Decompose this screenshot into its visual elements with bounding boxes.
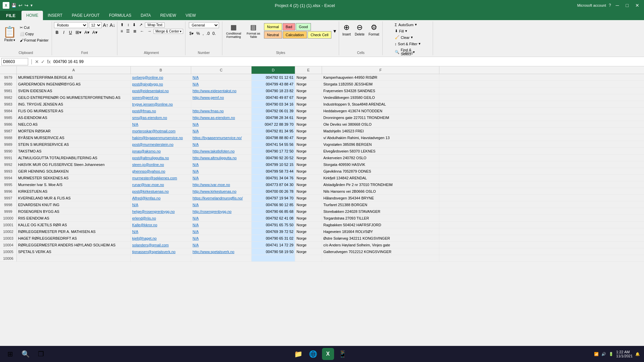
cell-a-10001[interactable]: KALLE OG KJETILS RØR AS [17,222,131,228]
table-row[interactable]: 9996 KIRKESTUEN AS post@kirkestuenas.no … [0,188,644,195]
cell-e-9980[interactable]: Norge [295,81,322,87]
table-row[interactable]: 10001 KALLE OG KJETILS RØR AS Kalle@kkro… [0,222,644,228]
cell-a-9981[interactable]: SVEIN EIDESEN AS [17,87,131,94]
cell-f-9983[interactable]: Industritoppen 9, Stoa4848 ARENDAL [322,101,439,107]
cell-a-9998[interactable]: EDVARDSEN KNUT ING [17,201,131,208]
cell-f-9981[interactable]: Frøyerveien 534328 SANDNES [322,87,439,94]
cell-a-9996[interactable]: KIRKESTUEN AS [17,188,131,194]
cell-f-10004[interactable]: c/o Anders Høyland Solheim, Vinjes gate [322,242,439,248]
col-header-E[interactable]: E [295,66,322,74]
notifications-icon[interactable]: 🔔 [635,352,640,356]
sort-filter-btn[interactable]: ↕ Sort & Filter ▾ [394,41,422,46]
cell-c-9989[interactable]: N/A [191,141,252,147]
cell-b-9980[interactable]: post@gingbygg.no [131,81,191,87]
cell-b-9981[interactable]: post@eidesentakst.no [131,87,191,94]
number-format-select[interactable]: General [189,22,219,28]
style-bad[interactable]: Bad [283,23,296,31]
cell-e-9998[interactable]: Norge [295,201,322,208]
cell-b-9999[interactable]: helge@rosengrenbygg.no [131,208,191,215]
tab-insert[interactable]: INSERT [43,11,67,20]
cell-e-10006[interactable] [295,255,322,261]
table-row[interactable]: 10002 RØRLEGGERMESTER PER A. MATHISEN AS… [0,228,644,235]
cell-a-9979[interactable]: MURMESTERFIRMA BERGE AS [17,74,131,80]
tab-file[interactable]: FILE [0,11,21,20]
cell-c-9981[interactable]: http://www.eidesentakst.no [191,87,252,94]
cell-f-9979[interactable]: Kamperhaugveien 44950 RISØR [322,74,439,80]
table-row[interactable]: 9988 BYÅSEN MURSERVICE AS hakim@byaasen​… [0,134,644,141]
cell-b-9988[interactable]: hakim@byaasen​murservice.no [131,134,191,141]
table-row[interactable]: 9983 ING. TRYGVE JENSEN AS trygve.jensen… [0,101,644,108]
table-row[interactable]: 9993 GEIR HENNING SOLBAKKEN ghennso@yaho… [0,168,644,175]
cell-a-10003[interactable]: HAGET RØRLEGGERBEDRIFT AS [17,235,131,241]
cell-f-10001[interactable]: Ragbakken 504042 HAFRSFJORD [322,222,439,228]
cell-e-9986[interactable]: Norge [295,121,322,127]
cell-c-9980[interactable]: N/A [191,81,252,87]
volume-icon[interactable]: 🔊 [601,352,606,356]
cell-f-10002[interactable]: Hageveien 181664 ROLVSØY [322,228,439,235]
table-row[interactable]: 10006 [0,255,644,262]
cell-e-9989[interactable]: Norge [295,141,322,147]
cell-e-10003[interactable]: Norge [295,235,322,241]
cell-e-9990[interactable]: Norge [295,148,322,154]
fill-btn[interactable]: ⬇ Fill ▾ [394,28,408,34]
table-row[interactable]: 9991 ALTMULIGGUTTA TOTALREHABILITERING A… [0,155,644,161]
align-right-btn[interactable]: ≣ [132,28,138,34]
cell-a-9990[interactable]: TAKSTMO AS [17,148,131,154]
paste-btn[interactable]: 📋 Paste ▾ [2,24,17,43]
cell-f-9998[interactable]: Tiurfaret 251388 BORGEN [322,201,439,208]
tab-page-layout[interactable]: PAGE LAYOUT [67,11,104,20]
style-good[interactable]: Good [296,23,311,31]
cell-f-10003[interactable]: Østre Solørveg 342211 KONGSVINGER [322,235,439,241]
cell-a-10005[interactable]: SPETALS VERK AS [17,248,131,255]
cell-a-9987[interactable]: MORTEN RØSKAR [17,128,131,134]
cell-e-9994[interactable]: Norge [295,175,322,181]
cell-a-9994[interactable]: MURMESTER SEKKENES AS [17,175,131,181]
datetime[interactable]: 1:22 AM 11/1/2021 [616,350,633,358]
font-size-select[interactable]: 12 [89,22,102,28]
cell-f-9992[interactable]: Storgata 409590 HASVIK [322,161,439,168]
cell-b-10004[interactable]: solanders@gmail.com [131,242,191,248]
table-row[interactable]: 10005 SPETALS VERK AS tjonassen@spetalsv… [0,248,644,255]
help-btn[interactable]: ? [609,3,611,8]
cell-f-9988[interactable]: v/ Abdulhakim Rahimi, Havstadvegen 13 [322,134,439,141]
cell-e-10000[interactable]: Norge [295,215,322,221]
cell-d-10002[interactable]: 004769 39 72 52 [252,228,295,235]
format-btn[interactable]: ⚙ Format [368,22,380,37]
cell-d-9980[interactable]: 004799 43 88 47 [252,81,295,87]
cell-a-9997[interactable]: KVERNELAND MUR & FLIS AS [17,195,131,201]
table-row[interactable]: 9998 EDVARDSEN KNUT ING N/A N/A 004766 9… [0,201,644,208]
task-view-btn[interactable]: ❐ [35,348,47,360]
cell-d-10000[interactable]: 004792 62 41 08 [252,215,295,221]
cell-b-10005[interactable]: tjonassen@spetalsverk.no [131,248,191,255]
close-btn[interactable]: ✕ [633,3,641,8]
clear-btn[interactable]: 🧹 Clear ▾ [394,35,414,40]
cell-f-9982[interactable]: Vesleslåttvegen 193580 GEILO [322,94,439,101]
cell-c-10002[interactable]: N/A [191,228,252,235]
cell-d-9997[interactable]: 004797 19 94 70 [252,195,295,201]
table-row[interactable]: 10003 HAGET RØRLEGGERBEDRIFT AS kjell@ha… [0,235,644,242]
table-row[interactable]: 9999 ROSENGREN BYGG AS helge@rosengrenby… [0,208,644,215]
percent-btn[interactable]: % [196,31,201,37]
copy-btn[interactable]: ⬜ Copy [19,32,50,37]
italic-btn[interactable]: I [61,29,66,36]
tab-data[interactable]: DATA [136,11,156,20]
cell-f-9990[interactable]: Elvegårdsveien 58370 LEKNES [322,148,439,154]
cell-e-9982[interactable]: Norge [295,94,322,101]
cell-b-9993[interactable]: ghennso@yahoo.no [131,168,191,174]
cell-e-9991[interactable]: Norge [295,155,322,161]
cell-f-9994[interactable]: Kirkfjell 134842 ARENDAL [322,175,439,181]
table-row[interactable]: 10004 RØRLEGGERMESTER ANDERS HØYLAND SOL… [0,242,644,248]
cell-e-10005[interactable]: Norge [295,248,322,255]
cell-a-9983[interactable]: ING. TRYGVE JENSEN AS [17,101,131,107]
cell-f-9984[interactable]: Heddalsvegen 413674 NOTODDEN [322,108,439,114]
cell-b-9990[interactable]: jonas@aksmo.no [131,148,191,154]
cell-b-9983[interactable]: trygve.jensen@online.no [131,101,191,107]
cell-c-9982[interactable]: http://www.gemf.no [191,94,252,101]
col-header-D[interactable]: D [252,66,295,74]
borders-btn[interactable]: ⊞▾ [75,29,82,36]
format-painter-btn[interactable]: 🖌 Format Painter [19,38,50,43]
col-header-C[interactable]: C [191,66,252,74]
style-check[interactable]: Check Cell [308,31,331,39]
cell-a-9988[interactable]: BYÅSEN MURSERVICE AS [17,134,131,141]
cell-c-10001[interactable]: N/A [191,222,252,228]
